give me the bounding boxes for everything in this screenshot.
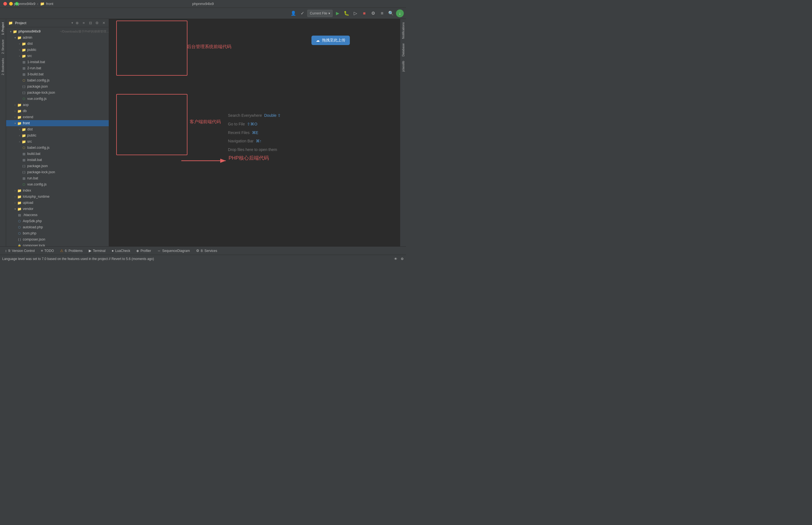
account-button[interactable]: 👤 bbox=[289, 10, 297, 17]
editor-area: ☁ 拖拽至此上传 后台管理系统前端代码 客户端前端代码 PHP核心后端代码 Se… bbox=[109, 19, 400, 246]
project-panel: 📁 Project ▾ ⊕ ≡ ⊟ ⚙ ✕ ▾ 📁 phpnmx94lx9 ~/… bbox=[6, 19, 109, 246]
tab-services[interactable]: ⚙ 8: Services bbox=[193, 247, 220, 254]
tree-item-bom[interactable]: ⬡ bom.php bbox=[6, 230, 109, 236]
tree-label: bom.php bbox=[23, 231, 109, 235]
tree-item-aopsdk[interactable]: ⬡ AopSdk.php bbox=[6, 218, 109, 224]
tree-item-db[interactable]: › 📁 db bbox=[6, 108, 109, 114]
search-button[interactable]: 🔍 bbox=[387, 10, 395, 17]
tree-item-vue-config[interactable]: ⬡ vue.config.js bbox=[6, 96, 109, 102]
tree-item-src[interactable]: › 📁 src bbox=[6, 53, 109, 59]
current-file-label: Current File bbox=[310, 11, 327, 15]
upload-button[interactable]: ☁ 拖拽至此上传 bbox=[312, 35, 350, 45]
tree-item-composer-lock[interactable]: 🔒 composer.lock bbox=[6, 242, 109, 246]
tree-label: run.bat bbox=[27, 176, 109, 180]
bat-file-icon: ▤ bbox=[22, 176, 26, 180]
tab-luacheck[interactable]: ● LuaCheck bbox=[109, 247, 133, 254]
arrow-icon: › bbox=[13, 194, 17, 199]
tree-item-front-run[interactable]: ▤ run.bat bbox=[6, 175, 109, 181]
close-panel-icon[interactable]: ✕ bbox=[101, 20, 106, 26]
tab-todo[interactable]: ≡ TODO bbox=[38, 247, 57, 254]
tab-terminal[interactable]: ▶ Terminal bbox=[86, 247, 108, 254]
sidebar-item-project[interactable]: 1: Project bbox=[1, 20, 5, 37]
run-button[interactable]: ▶ bbox=[334, 10, 342, 17]
tree-item-aop[interactable]: › 📁 aop bbox=[6, 102, 109, 108]
tree-item-extend[interactable]: › 📁 extend bbox=[6, 114, 109, 120]
tree-label: db bbox=[23, 109, 109, 113]
sync-icon[interactable]: ⊕ bbox=[74, 20, 80, 26]
status-settings-icon: ⚙ bbox=[401, 257, 404, 261]
sidebar-item-structure[interactable]: 2: Structure bbox=[1, 37, 5, 56]
run-with-coverage-button[interactable]: ▷ bbox=[351, 10, 359, 17]
tab-sequence-diagram[interactable]: ↔ SequenceDiagram bbox=[154, 247, 193, 254]
sidebar-item-jclasslib[interactable]: jclasslib bbox=[401, 59, 405, 74]
breadcrumb-project: phpnmx94lx9 bbox=[14, 2, 35, 6]
tree-item-front-install[interactable]: ▤ install.bat bbox=[6, 157, 109, 163]
sidebar-item-notifications[interactable]: Notifications bbox=[401, 20, 405, 41]
folder-icon: 📁 bbox=[22, 42, 26, 46]
tree-item-front-package[interactable]: { } package.json bbox=[6, 163, 109, 169]
todo-icon: ≡ bbox=[41, 249, 43, 253]
tree-item-front-babel[interactable]: ⬡ babel.config.js bbox=[6, 145, 109, 151]
run-config-button[interactable]: ≡ bbox=[378, 10, 386, 17]
sidebar-item-database[interactable]: Database bbox=[401, 41, 405, 59]
tree-item-1-install[interactable]: ▤ 1-install.bat bbox=[6, 59, 109, 65]
build-button[interactable]: ⚙ bbox=[369, 10, 377, 17]
tree-item-babel-config[interactable]: ⬡ babel.config.js bbox=[6, 77, 109, 84]
folder-icon: 📁 bbox=[17, 115, 22, 119]
tree-item-public[interactable]: › 📁 public bbox=[6, 47, 109, 53]
chevron-down-icon: ▾ bbox=[328, 11, 330, 15]
tree-label: babel.config.js bbox=[27, 78, 109, 82]
filter-icon[interactable]: ⊟ bbox=[88, 20, 93, 26]
tree-item-front-src[interactable]: › 📁 src bbox=[6, 138, 109, 145]
upload-icon: ☁ bbox=[316, 38, 320, 43]
tree-item-admin[interactable]: ▾ 📁 admin bbox=[6, 34, 109, 41]
tab-profiler[interactable]: ◈ Profiler bbox=[134, 247, 154, 254]
tree-item-front-vue[interactable]: ⬡ vue.config.js bbox=[6, 181, 109, 188]
tree-item-package-lock[interactable]: { } package-lock.json bbox=[6, 90, 109, 96]
tree-label: package.json bbox=[27, 164, 109, 168]
tab-version-control[interactable]: ↕ 9: Version Control bbox=[2, 247, 37, 254]
tree-item-3-build[interactable]: ▤ 3-build.bat bbox=[6, 71, 109, 77]
tree-item-front-public[interactable]: › 📁 public bbox=[6, 132, 109, 138]
tab-terminal-label: Terminal bbox=[93, 249, 105, 253]
tab-problems[interactable]: ⚠ 6: Problems bbox=[57, 247, 85, 254]
tree-item-index[interactable]: › 📁 index bbox=[6, 188, 109, 194]
update-button[interactable]: ↓ bbox=[396, 10, 404, 17]
tree-item-dist[interactable]: › 📁 dist bbox=[6, 41, 109, 47]
tree-item-2-run[interactable]: ▤ 2-run.bat bbox=[6, 65, 109, 71]
vue-file-icon: ⬡ bbox=[22, 96, 26, 101]
tree-item-front-dist[interactable]: › 📁 dist bbox=[6, 126, 109, 132]
project-dropdown-icon[interactable]: ▾ bbox=[72, 21, 73, 25]
vcs-update-button[interactable]: ✓ bbox=[298, 10, 306, 17]
hint-navbar-label: Navigation Bar bbox=[228, 137, 254, 146]
tree-item-package-json[interactable]: { } package.json bbox=[6, 84, 109, 90]
close-button[interactable] bbox=[3, 2, 7, 5]
current-file-dropdown[interactable]: Current File ▾ bbox=[307, 10, 333, 17]
stop-button[interactable]: ■ bbox=[360, 10, 368, 17]
debug-button[interactable]: 🐛 bbox=[343, 10, 350, 17]
tree-item-front-package-lock[interactable]: { } package-lock.json bbox=[6, 169, 109, 175]
tree-item-autoload[interactable]: ⬡ autoload.php bbox=[6, 224, 109, 230]
tree-label: aop bbox=[23, 103, 109, 107]
tree-item-htaccess[interactable]: ▤ .htaccess bbox=[6, 212, 109, 218]
tree-item-front-build[interactable]: ▤ build.bat bbox=[6, 151, 109, 157]
tree-item-front[interactable]: ▾ 📁 front bbox=[6, 120, 109, 126]
bat-file-icon: ▤ bbox=[22, 158, 26, 162]
titlebar: phpnmx94lx9 › 📁 front phpnmx94lx9 bbox=[0, 0, 406, 8]
settings-icon[interactable]: ⚙ bbox=[94, 20, 100, 26]
sidebar-item-bookmarks[interactable]: 2: Bookmarks bbox=[1, 56, 5, 77]
minimize-button[interactable] bbox=[9, 2, 13, 5]
vue-file-icon: ⬡ bbox=[22, 182, 26, 186]
tree-item-composer-json[interactable]: { } composer.json bbox=[6, 236, 109, 242]
folder-icon: 📁 bbox=[17, 109, 22, 113]
tab-todo-label: TODO bbox=[44, 249, 54, 253]
tree-label: lotusphp_runtime bbox=[23, 195, 109, 198]
collapse-all-icon[interactable]: ≡ bbox=[81, 20, 87, 26]
tree-label: dist bbox=[27, 127, 109, 131]
tree-item-lotusphp[interactable]: › 📁 lotusphp_runtime bbox=[6, 194, 109, 200]
hint-row-drop: Drop files here to open them bbox=[228, 146, 281, 154]
tree-item-upload[interactable]: › 📁 upload bbox=[6, 200, 109, 206]
arrow-icon: › bbox=[13, 200, 17, 205]
tree-item-root[interactable]: ▾ 📁 phpnmx94lx9 ~/Downloads/基于PHP的律师管理..… bbox=[6, 28, 109, 34]
tree-item-vendor[interactable]: ▾ 📁 vendor bbox=[6, 206, 109, 212]
